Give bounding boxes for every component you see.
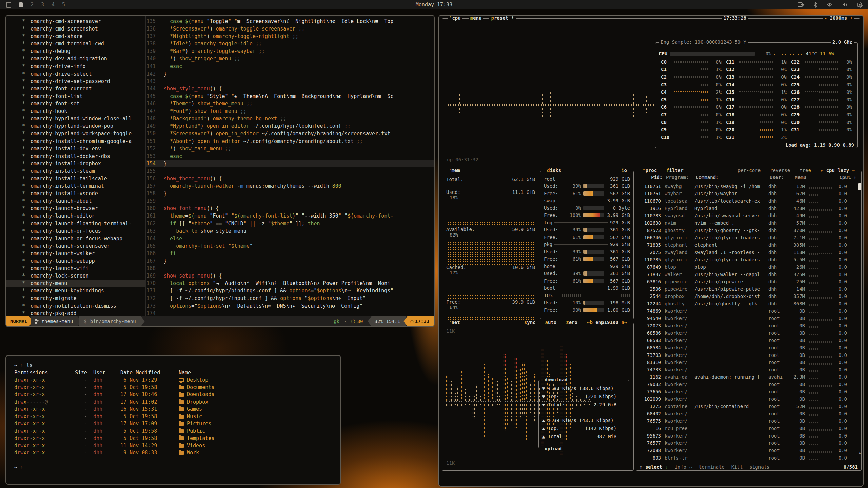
file-list-item[interactable]: * omarchy-launch-or-focus [6,227,145,235]
process-row[interactable]: 73656 kworker/ root 0B 0.0 [637,388,856,395]
process-row[interactable]: 68586 kworker/ root 0B 0.0 [637,329,856,337]
proc-filter-button[interactable]: filter [665,168,685,173]
file-list-item[interactable]: * omarchy-hyprland-window-pop [6,122,145,130]
file-list-item[interactable]: * omarchy-font-current [6,85,145,93]
file-list-item[interactable]: * omarchy-launch-browser [6,205,145,212]
file-list-item[interactable]: * omarchy-debug [6,47,145,55]
file-list-item[interactable]: * omarchy-launch-floating-terminal- [6,220,145,227]
file-list-item[interactable]: * omarchy-launch-about [6,197,145,205]
kill-button[interactable]: Kill [731,464,743,470]
proc-percore-button[interactable]: per-core [736,168,762,173]
file-list-item[interactable]: * omarchy-migrate [6,294,145,302]
io-tab[interactable]: io [619,168,629,173]
file-list-item[interactable]: * omarchy-install-chromium-google-a [6,138,145,145]
file-list[interactable]: * omarchy-cmd-screensaver * omarchy-cmd-… [6,16,146,316]
file-list-item[interactable]: * omarchy-font-set [6,100,145,107]
select-control[interactable]: ↑ select ↓ [639,464,668,470]
file-list-item[interactable]: * omarchy-launch-walker [6,250,145,257]
process-row[interactable]: 803 btrfs-tr root 0B 0.0 [637,454,856,462]
file-list-item[interactable]: * omarchy-install-vscode [6,190,145,197]
file-list-item[interactable]: * omarchy-drive-info [6,63,145,70]
net-sync-button[interactable]: sync [522,320,537,325]
process-row[interactable]: 87649 btop btop dhh 26M 0.0 [637,263,856,271]
file-list-item[interactable]: * omarchy-launch-or-focus-webapp [6,235,145,242]
process-row[interactable]: 72088 kworker/ root 0B 0.0 [637,447,856,454]
process-row[interactable]: 72073 kworker/ root 0B 0.0 [637,322,856,329]
process-row[interactable]: 63816 pipewire /usr/bin/pipewire dhh 25M… [637,278,856,285]
file-list-item[interactable]: * omarchy-drive-select [6,70,145,78]
file-list-item[interactable]: * omarchy-hyprland-workspace-toggle [6,130,145,137]
terminate-button[interactable]: terminate [699,464,725,470]
file-list-item[interactable]: * omarchy-install-tailscale [6,175,145,182]
net-tab[interactable]: ³net [447,320,462,325]
process-row[interactable]: 110761 waybar /usr/bin/waybar dhh 67M 0.… [637,190,856,198]
process-row[interactable]: 102099 kworker/ root 0B 0.0 [637,395,856,403]
file-list-item[interactable]: * omarchy-pkg-add [6,310,145,316]
proc-scrollbar-thumb[interactable] [858,183,861,190]
file-list-item[interactable]: * omarchy-lock-screen [6,272,145,280]
process-row[interactable]: 110670 localsea /usr/lib/localsearch-ex … [637,197,856,205]
file-list-item[interactable]: * omarchy-install-terminal [6,182,145,190]
file-list-item[interactable]: * omarchy-cmd-screensaver [6,18,145,25]
net-zero-button[interactable]: zero [564,320,579,325]
process-row[interactable]: 110751 swaybg /usr/bin/swaybg -i /hom dh… [637,183,856,190]
process-row[interactable]: 81310 kworker/ root 0B 0.0 [637,359,856,366]
file-list-item[interactable]: * omarchy-font-list [6,93,145,100]
process-row[interactable]: 76575 kworker/ root 0B 0.0 [637,418,856,425]
proc-header[interactable]: Pid: Program: Command: User: MemB Cpu% ↑ [636,175,861,182]
file-list-item[interactable]: * omarchy-cmd-screenshot [6,25,145,33]
process-row[interactable]: 73703 kworker/ root 0B 0.0 [637,351,856,359]
file-list-item[interactable]: * omarchy-menu-keybindings [6,287,145,294]
process-row[interactable]: 71837 walker /usr/bin/walker --gappl dhh… [637,271,856,278]
proc-reverse-button[interactable]: reverse [768,168,792,173]
file-list-item[interactable]: * omarchy-launch-webapp [6,257,145,265]
cpu-tab[interactable]: ¹cpu [448,15,462,21]
file-list-item[interactable]: * omarchy-drive-set-password [6,78,145,85]
file-list-item[interactable]: * omarchy-cmd-share [6,33,145,40]
process-row[interactable]: 1916 Hyprland Hyprland dhh 423M 0.0 [637,205,856,212]
process-row[interactable]: 2075 Xwayland Xwayland :1 -rootless - dh… [637,249,856,256]
file-list-item[interactable]: * omarchy-cmd-terminal-cwd [6,40,145,47]
process-row[interactable]: 87573 ghostty /usr/bin/ghostty --gtk- dh… [637,227,856,234]
terminal-window[interactable]: ~ › ls Permissions Size User Date Modifi… [5,355,341,485]
process-list[interactable]: 110751 swaybg /usr/bin/swaybg -i /hom dh… [637,183,856,462]
process-row[interactable]: 106746 glycin-i /usr/lib/glycin-loaders … [637,234,856,241]
menu-button[interactable]: menu [469,15,484,21]
preset-button[interactable]: preset * [489,15,515,21]
process-row[interactable]: 110783 swayosd- /usr/bin/swayosd-server … [637,212,856,220]
process-row[interactable]: 2544 dropbox /home/dhh/.dropbox-dist dhh… [637,293,856,300]
process-row[interactable]: 1162 avahi-da avahi-daemon: running [ av… [637,373,856,381]
proc-scroll-down-icon[interactable]: ↓ [859,450,861,455]
process-row[interactable]: 74733 kworker/ root 0B 0.0 [637,366,856,373]
file-list-item[interactable]: * omarchy-menu [6,280,145,287]
process-row[interactable]: 1170 tailscal /usr/sbin/tailscaled -- ro… [637,461,856,462]
process-row[interactable]: 79032 kworker/ root 0B 0.0 [637,381,856,388]
file-list-item[interactable]: * omarchy-hook [6,107,145,115]
process-row[interactable]: 74869 kworker/ root 0B 0.0 [637,307,856,315]
proc-tree-button[interactable]: tree [798,168,813,173]
process-row[interactable]: 110785 glycin-i /usr/lib/glycin-loaders … [637,256,856,263]
code-editor[interactable]: 135 case $(menu "Toggle" "▣ Screensaver\… [146,16,434,316]
process-row[interactable]: 68584 kworker/ root 0B 0.0 [637,344,856,351]
prompt-line-2[interactable]: ~ › [14,464,340,471]
net-auto-button[interactable]: auto [544,320,558,325]
file-list-item[interactable]: * omarchy-launch-wifi [6,265,145,272]
process-row[interactable]: 12244 ghostty /usr/bin/ghostty --gtk- dh… [637,300,856,307]
process-row[interactable]: 102638 nvim nvim --embed . dhh 57M 0.0 [637,219,856,227]
proc-nav[interactable]: ← cpu lazy → [819,168,856,173]
proc-tab[interactable]: ⁴proc [641,168,658,173]
process-row[interactable]: 71835 elephant elephant dhh 385M 0.0 [637,241,856,249]
file-list-item[interactable]: * omarchy-notification-dismiss [6,302,145,310]
mem-tab[interactable]: ²mem [447,168,462,173]
signals-button[interactable]: signals [749,464,769,470]
interval-control[interactable]: - 2000ms + [823,15,854,21]
process-row[interactable]: 76577 kworker/ root 0B 0.0 [637,439,856,447]
process-row[interactable]: 68402 kworker/ root 0B 0.0 [637,410,856,418]
info-button[interactable]: info ↵ [675,464,692,470]
file-list-item[interactable]: * omarchy-install-steam [6,167,145,175]
process-row[interactable]: 68583 kworker/ root 0B 0.0 [637,337,856,344]
file-list-item[interactable]: * omarchy-install-docker-dbs [6,152,145,160]
file-list-item[interactable]: * omarchy-launch-screensaver [6,242,145,250]
file-list-item[interactable]: * omarchy-launch-editor [6,212,145,220]
file-list-item[interactable]: * omarchy-install-dev-env [6,145,145,152]
